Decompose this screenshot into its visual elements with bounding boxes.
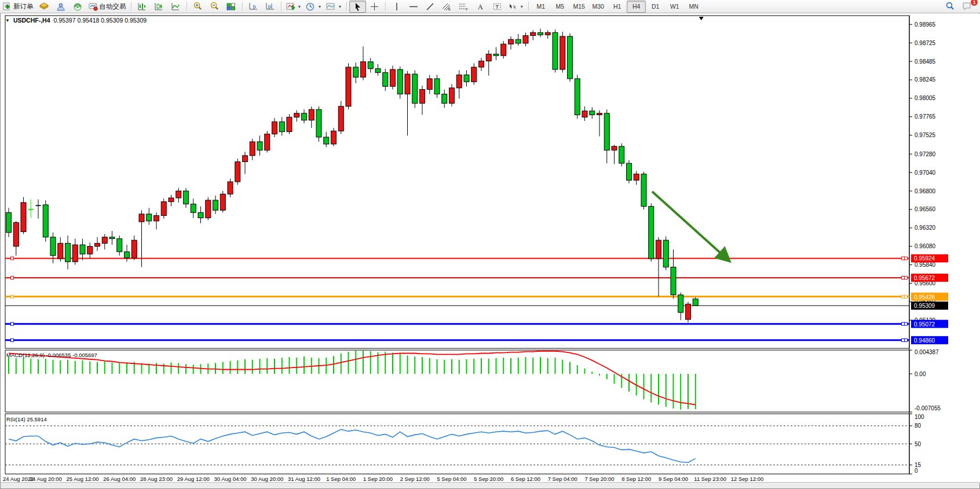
one-click-trading-arrow-icon[interactable]: ▼ bbox=[5, 18, 10, 23]
chart-pane[interactable] bbox=[5, 16, 909, 348]
search-button[interactable] bbox=[942, 1, 959, 13]
new-order-icon bbox=[2, 2, 12, 11]
trendline-tool-button[interactable] bbox=[422, 1, 438, 13]
chart-shift-button[interactable] bbox=[262, 1, 279, 13]
dropdown-arrow-icon: ▼ bbox=[520, 5, 524, 9]
candlestick-chart-button[interactable] bbox=[151, 1, 167, 13]
search-icon bbox=[945, 2, 955, 11]
candle-bullish bbox=[560, 36, 565, 69]
market-watch-button[interactable] bbox=[36, 1, 53, 13]
candle-bullish bbox=[220, 194, 225, 210]
time-axis-label: 5 Sep 20:00 bbox=[474, 476, 503, 482]
line-handle[interactable] bbox=[902, 257, 905, 260]
zoom-in-button[interactable] bbox=[189, 1, 206, 13]
templates-menu-button[interactable]: ▼ bbox=[324, 1, 344, 13]
vertical-line-tool-button[interactable] bbox=[388, 1, 405, 13]
timeframe-button-M5[interactable]: M5 bbox=[550, 1, 569, 13]
candle-bullish bbox=[161, 202, 166, 216]
line-handle[interactable] bbox=[11, 295, 14, 298]
line-handle[interactable] bbox=[902, 295, 905, 298]
timeframe-button-M15[interactable]: M15 bbox=[569, 1, 588, 13]
candle-bearish bbox=[575, 79, 580, 115]
rsi-axis-label: 80 bbox=[915, 422, 922, 429]
candle-bearish bbox=[6, 212, 12, 233]
timeframe-button-M1[interactable]: M1 bbox=[531, 1, 550, 13]
price-tick-label: 0.98965 bbox=[915, 21, 936, 28]
bar-chart-button[interactable] bbox=[134, 1, 151, 13]
equidistant-channel-tool-button[interactable]: E bbox=[438, 1, 455, 13]
chart-window[interactable]: 0.989650.987250.984850.982450.980050.977… bbox=[0, 13, 980, 489]
candle-bullish bbox=[102, 237, 107, 244]
line-handle[interactable] bbox=[902, 339, 905, 341]
price-tick-label: 0.98005 bbox=[915, 95, 936, 101]
tile-windows-button[interactable] bbox=[223, 1, 240, 13]
fibonacci-tool-button[interactable]: F bbox=[455, 1, 472, 13]
crosshair-tool-button[interactable] bbox=[366, 1, 383, 13]
price-tick-label: 0.97525 bbox=[915, 132, 936, 138]
candle-bearish bbox=[368, 62, 373, 69]
line-handle[interactable] bbox=[902, 276, 905, 279]
candle-bearish bbox=[198, 212, 203, 218]
timeframe-button-W1[interactable]: W1 bbox=[665, 1, 684, 13]
rsi-axis-label: 50 bbox=[915, 441, 922, 447]
axis-price-box-label: 0.95072 bbox=[914, 321, 935, 328]
data-window-button[interactable] bbox=[53, 1, 70, 13]
periods-menu-button[interactable]: ▼ bbox=[303, 1, 324, 13]
candle-bullish bbox=[206, 200, 211, 218]
auto-scroll-button[interactable] bbox=[245, 1, 262, 13]
timeframe-button-H4[interactable]: H4 bbox=[627, 1, 646, 13]
new-order-button[interactable]: 新订单 bbox=[0, 1, 36, 13]
horizontal-line-tool-button[interactable] bbox=[405, 1, 422, 13]
line-handle[interactable] bbox=[11, 276, 14, 279]
cursor-icon bbox=[354, 2, 362, 11]
text-label-tool-button[interactable]: T bbox=[489, 1, 506, 13]
line-chart-icon bbox=[171, 2, 180, 11]
timeframe-toolbar: M1M5M15M30H1H4D1W1MN bbox=[531, 1, 703, 13]
time-axis-label: 6 Sep 12:00 bbox=[511, 476, 540, 482]
line-chart-button[interactable] bbox=[167, 1, 184, 13]
text-tool-button[interactable]: A bbox=[472, 1, 489, 13]
price-tick-label: 0.96800 bbox=[915, 188, 936, 194]
svg-text:F: F bbox=[466, 8, 468, 11]
line-handle[interactable] bbox=[11, 322, 14, 325]
price-tick-label: 0.98725 bbox=[915, 40, 936, 46]
signals-button[interactable] bbox=[70, 1, 86, 13]
arrows-tool-button[interactable]: ▼ bbox=[506, 1, 526, 13]
chart-canvas[interactable]: 0.989650.987250.984850.982450.980050.977… bbox=[1, 13, 980, 489]
line-handle bbox=[905, 276, 908, 279]
timeframe-button-D1[interactable]: D1 bbox=[646, 1, 665, 13]
horizontal-line-icon bbox=[409, 2, 418, 11]
line-handle bbox=[905, 322, 908, 325]
crosshair-icon bbox=[370, 2, 379, 11]
indicators-menu-button[interactable]: ▼ bbox=[284, 1, 304, 13]
time-axis-label: 12 Sep 12:00 bbox=[731, 476, 764, 482]
candle-bearish bbox=[649, 207, 654, 259]
text-label-icon: T bbox=[493, 2, 502, 11]
candle-bearish bbox=[515, 39, 521, 43]
zoom-out-button[interactable] bbox=[206, 1, 223, 13]
candle-bullish bbox=[531, 32, 536, 35]
line-handle[interactable] bbox=[11, 257, 14, 260]
candle-bullish bbox=[287, 117, 292, 131]
toolbar-separator bbox=[242, 2, 243, 11]
candle-bullish bbox=[235, 162, 240, 182]
candle-bullish bbox=[176, 191, 181, 198]
candle-bullish bbox=[612, 146, 617, 150]
candle-bullish bbox=[272, 122, 277, 134]
timeframe-button-H1[interactable]: H1 bbox=[608, 1, 627, 13]
line-handle[interactable] bbox=[11, 339, 14, 341]
line-handle[interactable] bbox=[902, 322, 905, 325]
timeframe-button-M30[interactable]: M30 bbox=[588, 1, 608, 13]
candle-bullish bbox=[154, 216, 159, 221]
svg-text:T: T bbox=[495, 4, 499, 10]
chart-pane[interactable] bbox=[5, 350, 909, 412]
candle-bullish bbox=[390, 69, 396, 86]
notifications-button[interactable]: 1 bbox=[959, 1, 975, 13]
autotrade-button[interactable]: 自动交易 bbox=[86, 1, 129, 13]
candle-bullish bbox=[686, 304, 691, 319]
timeframe-button-MN[interactable]: MN bbox=[684, 1, 703, 13]
candle-bearish bbox=[568, 36, 573, 79]
candle-bearish bbox=[627, 163, 632, 180]
zoom-out-icon bbox=[210, 2, 220, 11]
cursor-tool-button[interactable] bbox=[349, 1, 366, 13]
